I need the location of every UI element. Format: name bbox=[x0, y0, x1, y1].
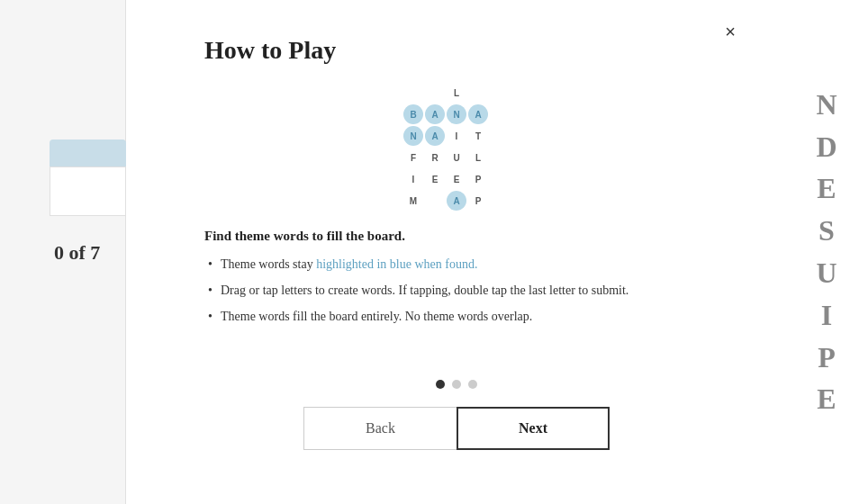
modal-title: How to Play bbox=[204, 36, 709, 65]
sidebar-letter-e1: E bbox=[817, 168, 837, 209]
pagination-dot-1 bbox=[436, 380, 445, 389]
sidebar-letter-n: N bbox=[816, 85, 838, 125]
grid-cell: F bbox=[403, 148, 423, 167]
grid-cell: N bbox=[403, 126, 423, 146]
grid-cell bbox=[425, 83, 445, 103]
word-grid-container: LBANANAITFRULIEEPMAP bbox=[204, 83, 709, 211]
word-grid: LBANANAITFRULIEEPMAP bbox=[403, 83, 510, 211]
modal-buttons: Back Next bbox=[204, 407, 709, 450]
sidebar-letter-u: U bbox=[816, 253, 838, 293]
grid-cell: I bbox=[403, 169, 423, 189]
list-item: Theme words stay highlighted in blue whe… bbox=[204, 255, 709, 274]
grid-cell: T bbox=[468, 126, 488, 146]
instruction-text-1a: Theme words stay bbox=[221, 257, 316, 271]
grid-cell: M bbox=[403, 191, 423, 211]
grid-cell bbox=[490, 191, 510, 211]
list-item: Theme words fill the board entirely. No … bbox=[204, 307, 709, 326]
grid-cell: A bbox=[447, 191, 466, 211]
sidebar-white-card bbox=[50, 166, 126, 216]
grid-cell: E bbox=[447, 169, 466, 189]
pagination-dot-3 bbox=[468, 380, 477, 389]
modal-overlay: × How to Play LBANANAITFRULIEEPMAP Find … bbox=[126, 0, 787, 504]
grid-cell: R bbox=[425, 148, 445, 167]
grid-cell bbox=[403, 83, 423, 103]
grid-cell: E bbox=[425, 169, 445, 189]
grid-cell: A bbox=[425, 126, 445, 146]
grid-cell: A bbox=[425, 104, 445, 124]
grid-cell: L bbox=[468, 148, 488, 167]
instructions-header: Find theme words to fill the board. bbox=[204, 229, 709, 244]
grid-cell: U bbox=[447, 148, 466, 167]
grid-cell: B bbox=[403, 104, 423, 124]
pagination-dot-2 bbox=[452, 380, 461, 389]
sidebar-letter-d: D bbox=[816, 127, 838, 167]
grid-cell: P bbox=[468, 191, 488, 211]
grid-cell: N bbox=[447, 104, 466, 124]
sidebar-letter-i: I bbox=[821, 295, 834, 336]
grid-cell bbox=[425, 191, 445, 211]
back-button[interactable]: Back bbox=[303, 407, 457, 450]
sidebar-letter-s: S bbox=[818, 211, 836, 251]
instruction-text-3: Theme words fill the board entirely. No … bbox=[221, 310, 532, 323]
sidebar-letter-p: P bbox=[818, 338, 837, 378]
grid-cell bbox=[490, 83, 510, 103]
close-button[interactable]: × bbox=[725, 22, 736, 40]
grid-cell bbox=[490, 104, 510, 124]
grid-cell: I bbox=[447, 126, 466, 146]
instruction-blue-text-1: highlighted in blue when found. bbox=[316, 257, 477, 271]
sidebar-score: 0 of 7 bbox=[54, 241, 100, 265]
sidebar-letter-e2: E bbox=[817, 379, 837, 419]
grid-cell bbox=[490, 148, 510, 167]
grid-cell: L bbox=[447, 83, 466, 103]
pagination-dots bbox=[204, 380, 709, 389]
list-item: Drag or tap letters to create words. If … bbox=[204, 281, 709, 300]
grid-cell: A bbox=[468, 104, 488, 124]
grid-cell bbox=[490, 126, 510, 146]
sidebar-left: 0 of 7 bbox=[0, 0, 126, 504]
grid-cell bbox=[490, 169, 510, 189]
modal: × How to Play LBANANAITFRULIEEPMAP Find … bbox=[168, 9, 745, 468]
grid-cell: P bbox=[468, 169, 488, 189]
next-button[interactable]: Next bbox=[457, 407, 610, 450]
sidebar-right: N D E S U I P E bbox=[787, 0, 868, 504]
instructions-list: Theme words stay highlighted in blue whe… bbox=[204, 255, 709, 326]
grid-cell bbox=[468, 83, 488, 103]
instruction-text-2: Drag or tap letters to create words. If … bbox=[221, 284, 628, 297]
